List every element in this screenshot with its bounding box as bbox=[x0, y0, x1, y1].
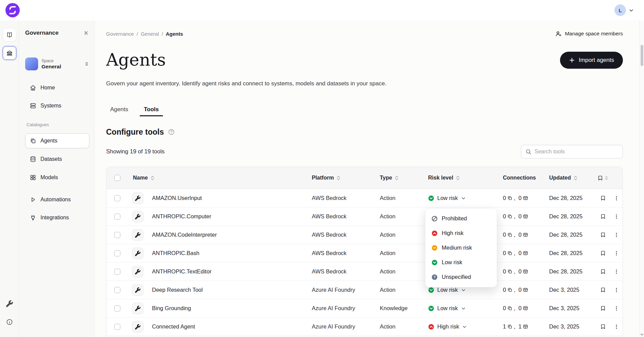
tool-updated: Dec 3, 2025 bbox=[545, 287, 596, 293]
row-checkbox[interactable] bbox=[114, 214, 120, 220]
risk-menu-item-prohibited[interactable]: Prohibited bbox=[428, 211, 494, 226]
connections-count-1: 0 bbox=[503, 250, 506, 256]
search-input[interactable] bbox=[535, 149, 618, 155]
systems-count-icon bbox=[523, 324, 528, 329]
tool-name[interactable]: Deep Research Tool bbox=[147, 287, 312, 293]
kebab-icon bbox=[614, 306, 619, 311]
admin-tools-button[interactable] bbox=[6, 300, 13, 307]
info-button[interactable] bbox=[6, 319, 13, 325]
select-all-checkbox[interactable] bbox=[114, 175, 120, 181]
bookmark-button[interactable] bbox=[599, 267, 607, 276]
risk-level-dropdown[interactable]: High risk bbox=[425, 323, 467, 330]
column-header-updated[interactable]: Updated bbox=[545, 175, 596, 181]
vertical-scrollbar[interactable] bbox=[639, 20, 644, 337]
column-header-bookmark[interactable] bbox=[596, 175, 610, 181]
bookmark-button[interactable] bbox=[599, 286, 607, 294]
column-header-risk[interactable]: Risk level bbox=[425, 175, 499, 181]
import-agents-button[interactable]: Import agents bbox=[560, 52, 623, 69]
risk-menu-item-medium[interactable]: Medium risk bbox=[428, 240, 494, 255]
tool-name[interactable]: ANTHROPIC.TextEditor bbox=[147, 268, 312, 275]
tool-platform: Azure AI Foundry bbox=[312, 323, 380, 330]
tool-name[interactable]: ANTHROPIC.Computer bbox=[147, 213, 312, 220]
column-header-type[interactable]: Type bbox=[380, 175, 425, 181]
row-menu-button[interactable] bbox=[612, 194, 621, 202]
tool-name[interactable]: AMAZON.CodeInterpreter bbox=[147, 232, 312, 238]
bookmark-button[interactable] bbox=[599, 249, 607, 257]
scroll-down-arrow-icon[interactable] bbox=[640, 333, 644, 336]
row-menu-button[interactable] bbox=[612, 231, 621, 239]
kebab-icon bbox=[614, 214, 619, 219]
sidebar-item-models[interactable]: Models bbox=[25, 170, 89, 185]
bookmark-button[interactable] bbox=[599, 194, 607, 202]
account-menu[interactable]: L bbox=[614, 4, 634, 16]
manage-space-members-button[interactable]: Manage space members bbox=[555, 31, 623, 37]
collapse-sidebar-button[interactable] bbox=[83, 30, 89, 36]
manage-space-members-label: Manage space members bbox=[565, 31, 623, 37]
sidebar-item-integrations[interactable]: Integrations bbox=[25, 210, 89, 225]
breadcrumb-item[interactable]: General bbox=[141, 31, 159, 37]
tool-risk-cell: Low risk bbox=[425, 287, 499, 293]
library-rail-button[interactable] bbox=[3, 28, 16, 41]
help-button[interactable] bbox=[168, 129, 175, 135]
copies-count-icon bbox=[507, 324, 512, 329]
tool-name[interactable]: AMAZON.UserInput bbox=[147, 195, 312, 201]
bookmark-button[interactable] bbox=[599, 231, 607, 239]
tab-tools[interactable]: Tools bbox=[140, 103, 163, 116]
scrollbar-thumb[interactable] bbox=[641, 45, 643, 66]
row-menu-button[interactable] bbox=[612, 286, 621, 294]
bookmark-icon bbox=[600, 305, 606, 311]
kebab-icon bbox=[614, 232, 619, 238]
breadcrumb-item[interactable]: Governance bbox=[106, 31, 134, 37]
bookmark-button[interactable] bbox=[599, 212, 607, 221]
brand-logo-icon[interactable] bbox=[5, 3, 20, 17]
sidebar-item-datasets[interactable]: Datasets bbox=[25, 152, 89, 167]
row-checkbox[interactable] bbox=[114, 324, 120, 330]
risk-low-icon bbox=[428, 305, 434, 311]
tool-platform: AWS Bedrock bbox=[312, 268, 380, 275]
sidebar-item-label: Datasets bbox=[40, 156, 62, 162]
tool-type: Action bbox=[380, 213, 425, 220]
row-checkbox[interactable] bbox=[114, 250, 120, 256]
column-header-connections: Connections bbox=[499, 175, 545, 181]
space-selector[interactable]: Space General bbox=[25, 56, 89, 71]
risk-menu-item-unspecified[interactable]: ?Unspecified bbox=[428, 270, 494, 284]
copies-count-icon bbox=[507, 196, 512, 201]
risk-menu-item-high[interactable]: High risk bbox=[428, 226, 494, 240]
user-avatar[interactable]: L bbox=[614, 4, 626, 16]
sidebar-item-systems[interactable]: Systems bbox=[25, 98, 89, 113]
space-label: Space bbox=[41, 58, 61, 63]
row-menu-button[interactable] bbox=[612, 249, 621, 257]
row-menu-button[interactable] bbox=[612, 304, 621, 313]
risk-level-dropdown[interactable]: Low risk bbox=[425, 195, 466, 201]
systems-count-icon bbox=[523, 232, 528, 237]
bookmark-button[interactable] bbox=[599, 322, 607, 331]
row-checkbox[interactable] bbox=[114, 232, 120, 238]
row-menu-button[interactable] bbox=[612, 323, 621, 331]
tool-name[interactable]: Connected Agent bbox=[147, 323, 312, 330]
risk-level-dropdown[interactable]: Low risk bbox=[425, 287, 466, 293]
column-header-name[interactable]: Name bbox=[128, 175, 312, 181]
sort-icon bbox=[150, 175, 155, 181]
row-menu-button[interactable] bbox=[612, 213, 621, 221]
governance-rail-button[interactable] bbox=[3, 46, 16, 60]
column-header-platform[interactable]: Platform bbox=[312, 175, 380, 181]
tool-avatar bbox=[132, 192, 143, 204]
row-menu-button[interactable] bbox=[612, 268, 621, 276]
risk-level-dropdown[interactable]: Low risk bbox=[425, 305, 466, 311]
row-checkbox[interactable] bbox=[114, 305, 120, 311]
risk-menu-item-low[interactable]: Low risk bbox=[428, 255, 494, 270]
sidebar-item-automations[interactable]: Automations bbox=[25, 192, 89, 207]
tool-name[interactable]: Bing Grounding bbox=[147, 305, 312, 311]
tool-type: Knowledge bbox=[380, 305, 425, 311]
play-icon bbox=[30, 196, 36, 203]
bookmark-button[interactable] bbox=[599, 304, 607, 313]
row-checkbox[interactable] bbox=[114, 195, 120, 201]
row-checkbox[interactable] bbox=[114, 269, 120, 275]
tool-name[interactable]: ANTHROPIC.Bash bbox=[147, 250, 312, 256]
sidebar-item-home[interactable]: Home bbox=[25, 80, 89, 95]
sidebar-item-agents[interactable]: Agents bbox=[25, 133, 89, 148]
sidebar-item-label: Models bbox=[40, 174, 58, 181]
tool-connections: 0,0 bbox=[499, 305, 545, 311]
tab-agents[interactable]: Agents bbox=[106, 103, 132, 116]
row-checkbox[interactable] bbox=[114, 287, 120, 293]
